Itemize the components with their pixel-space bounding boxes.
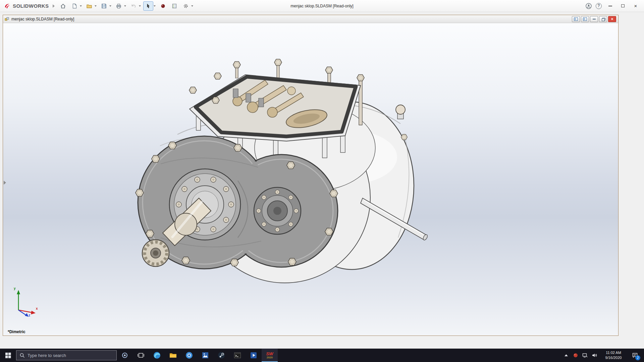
- tile-windows-icon: [574, 17, 578, 21]
- solidworks-logo-icon: [4, 3, 11, 9]
- account-button[interactable]: [584, 2, 593, 10]
- record-button[interactable]: [158, 1, 168, 11]
- photos-button[interactable]: [197, 349, 213, 362]
- browser-icon: [185, 351, 193, 359]
- cortana-icon: [121, 352, 128, 359]
- help-button[interactable]: ?: [594, 2, 603, 10]
- windows-logo-icon: [5, 353, 11, 358]
- doc-close-icon: ×: [611, 17, 613, 21]
- doc-restore-button[interactable]: [599, 16, 607, 22]
- terminal-button[interactable]: [229, 349, 246, 362]
- app-maximize-button[interactable]: [617, 1, 629, 11]
- app-minimize-button[interactable]: [604, 1, 616, 11]
- featuremanager-expand-arrow[interactable]: [4, 181, 6, 185]
- network-tray-button[interactable]: [580, 349, 590, 362]
- steam-icon: [217, 351, 225, 359]
- undo-dropdown[interactable]: [139, 5, 141, 7]
- solidworks-taskbar-button[interactable]: SW 2020: [262, 349, 278, 362]
- user-avatar-icon: [585, 3, 592, 9]
- doc-minimize-button[interactable]: [590, 16, 598, 22]
- triad-axes-icon: [11, 286, 42, 318]
- terminal-icon: [233, 351, 241, 359]
- solidworks-app-icon: SW 2020: [266, 352, 273, 359]
- maximize-icon: [621, 4, 625, 7]
- triad-x-label: x: [36, 307, 38, 310]
- print-icon: [116, 3, 122, 9]
- report-button[interactable]: [169, 1, 179, 11]
- record-sphere-icon: [160, 3, 166, 9]
- undo-button[interactable]: [128, 1, 139, 11]
- movies-icon: [250, 351, 258, 359]
- open-dropdown[interactable]: [95, 5, 97, 7]
- gearbox-model[interactable]: [3, 23, 618, 336]
- menu-expand-arrow[interactable]: [53, 4, 55, 8]
- tray-overflow-button[interactable]: [561, 349, 571, 362]
- taskbar-clock[interactable]: 11:02 AM 9/16/2020: [599, 350, 628, 360]
- select-dropdown[interactable]: [154, 5, 156, 7]
- app-titlebar: SOLIDWORKS: [0, 0, 644, 12]
- save-button[interactable]: [99, 1, 109, 11]
- clock-date: 9/16/2020: [605, 355, 622, 360]
- document-titlebar[interactable]: menjac sklop.SLDASM [Read-only] ×: [3, 15, 618, 23]
- solidworks-year-label: 2020: [267, 356, 273, 359]
- speaker-icon: [592, 353, 597, 358]
- undo-icon: [130, 3, 137, 9]
- report-sheet-icon: [171, 3, 177, 9]
- print-button[interactable]: [114, 1, 124, 11]
- start-button[interactable]: [0, 349, 16, 362]
- open-folder-icon: [86, 3, 92, 9]
- app-close-button[interactable]: ×: [630, 1, 641, 11]
- solidworks-monitor-tray-button[interactable]: [571, 349, 580, 362]
- new-document-icon: [71, 3, 77, 9]
- open-button[interactable]: [84, 1, 94, 11]
- file-explorer-button[interactable]: [165, 349, 181, 362]
- network-icon: [582, 353, 588, 358]
- options-button[interactable]: [181, 1, 191, 11]
- minimize-icon: [608, 6, 612, 6]
- steam-button[interactable]: [213, 349, 229, 362]
- edge-icon: [153, 351, 161, 359]
- home-icon: [60, 3, 66, 9]
- graphics-viewport[interactable]: y x z *Dimetric: [3, 23, 618, 336]
- right-flange: [254, 187, 301, 234]
- view-orientation-label: *Dimetric: [8, 329, 25, 334]
- edge-button[interactable]: [149, 349, 165, 362]
- notification-badge: 2: [635, 355, 640, 360]
- options-dropdown[interactable]: [191, 5, 193, 7]
- chevron-up-icon: [565, 354, 568, 356]
- triad-z-label: z: [29, 313, 30, 317]
- taskbar-search[interactable]: [16, 350, 117, 360]
- doc-restore-icon: [602, 18, 605, 20]
- cascade-windows-icon: [583, 17, 587, 21]
- brand-name: SOLIDWORKS: [13, 3, 49, 9]
- print-dropdown[interactable]: [124, 5, 126, 7]
- browser-button[interactable]: [181, 349, 197, 362]
- assembly-document-icon: [4, 16, 10, 22]
- help-icon: ?: [596, 3, 602, 9]
- photos-icon: [201, 351, 209, 359]
- new-document-button[interactable]: [69, 1, 79, 11]
- solidworks-logo: SOLIDWORKS: [0, 3, 51, 9]
- tile-windows-button[interactable]: [572, 16, 580, 22]
- clock-time: 11:02 AM: [606, 350, 621, 355]
- cascade-windows-button[interactable]: [581, 16, 589, 22]
- task-view-icon: [138, 352, 144, 359]
- task-view-button[interactable]: [133, 349, 149, 362]
- movies-button[interactable]: [246, 349, 262, 362]
- volume-tray-button[interactable]: [590, 349, 599, 362]
- solidworks-mark: SW: [266, 352, 273, 356]
- doc-close-button[interactable]: ×: [608, 16, 616, 22]
- document-title: menjac sklop.SLDASM [Read-only]: [11, 17, 74, 21]
- new-document-dropdown[interactable]: [80, 5, 82, 7]
- cortana-button[interactable]: [117, 349, 133, 362]
- home-button[interactable]: [58, 1, 68, 11]
- orientation-triad: y x z: [11, 286, 42, 318]
- search-icon: [20, 353, 25, 358]
- save-dropdown[interactable]: [109, 5, 111, 7]
- action-center-button[interactable]: 2: [628, 349, 642, 362]
- search-input[interactable]: [28, 353, 113, 358]
- file-explorer-icon: [169, 351, 177, 359]
- taskbar: SW 2020 11:02 AM: [0, 349, 644, 362]
- select-arrow-icon: [145, 3, 151, 9]
- select-button[interactable]: [143, 1, 153, 11]
